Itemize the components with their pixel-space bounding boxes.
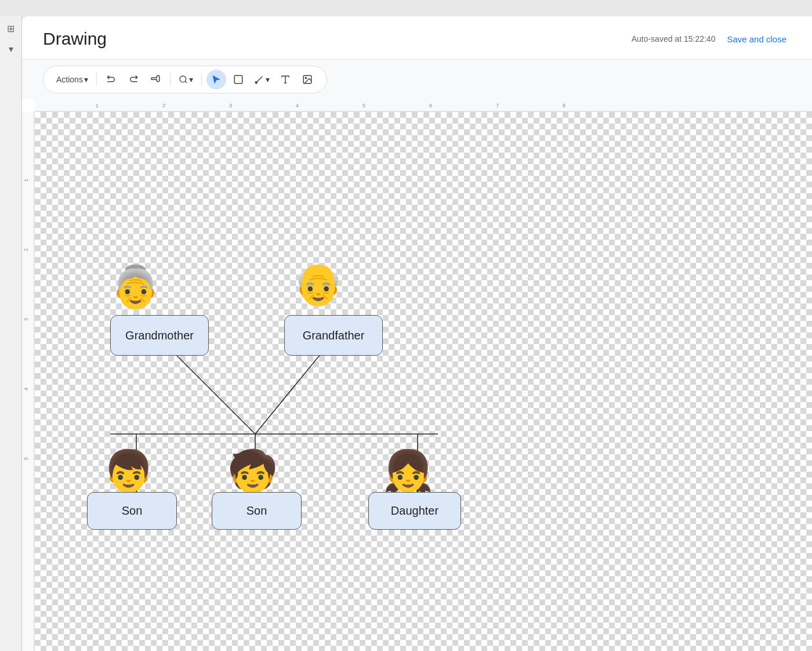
daughter-label: Daughter — [391, 504, 438, 518]
grandfather-label: Grandfather — [303, 329, 365, 342]
svg-text:5: 5 — [23, 457, 29, 460]
daughter-avatar: 👧 — [383, 447, 433, 495]
svg-text:2: 2 — [162, 103, 165, 108]
text-button[interactable] — [276, 70, 295, 89]
grandmother-avatar: 👵 — [110, 263, 161, 310]
canvas-wrapper: 👵 Grandmother 👴 Grandfather 👦 Son — [35, 112, 812, 651]
header: Drawing Auto-saved at 15:22:40 Save and … — [22, 16, 812, 60]
svg-text:3: 3 — [229, 103, 232, 108]
grandmother-label: Grandmother — [125, 329, 194, 342]
canvas-area: 1 2 3 4 5 6 7 8 1 2 3 4 5 — [22, 99, 812, 651]
svg-point-8 — [305, 77, 306, 78]
zoom-button[interactable]: ▾ — [175, 73, 197, 86]
shape-button[interactable] — [229, 70, 248, 89]
sidebar-icon-1[interactable]: ⊞ — [5, 21, 17, 37]
grandfather-node[interactable]: Grandfather — [284, 315, 383, 356]
svg-text:8: 8 — [563, 103, 566, 108]
actions-label: Actions — [56, 75, 83, 84]
paint-format-button[interactable] — [146, 70, 165, 89]
drawing-canvas[interactable]: 👵 Grandmother 👴 Grandfather 👦 Son — [35, 112, 812, 651]
line-chevron-icon: ▾ — [266, 75, 270, 84]
svg-text:4: 4 — [23, 388, 29, 390]
zoom-chevron-icon: ▾ — [189, 75, 193, 84]
svg-text:4: 4 — [296, 103, 299, 108]
svg-text:5: 5 — [362, 103, 365, 108]
page-title: Drawing — [43, 29, 107, 49]
image-button[interactable] — [298, 70, 317, 89]
svg-point-0 — [180, 76, 186, 82]
auto-saved-status: Auto-saved at 15:22:40 — [632, 34, 716, 44]
app-window: Drawing Auto-saved at 15:22:40 Save and … — [22, 16, 812, 651]
ruler-left: 1 2 3 4 5 — [22, 112, 35, 651]
line-button[interactable]: ▾ — [251, 72, 273, 87]
svg-text:3: 3 — [23, 318, 29, 321]
redo-button[interactable] — [124, 70, 143, 89]
undo-button[interactable] — [102, 70, 121, 89]
svg-text:1: 1 — [23, 179, 29, 182]
grandmother-node[interactable]: Grandmother — [110, 315, 209, 356]
actions-chevron-icon: ▾ — [84, 75, 88, 84]
son2-avatar: 🧒 — [227, 447, 278, 495]
son1-label: Son — [122, 504, 143, 518]
svg-text:1: 1 — [96, 103, 99, 108]
ruler-top: 1 2 3 4 5 6 7 8 — [35, 99, 812, 112]
toolbar-divider-1 — [96, 73, 97, 86]
son1-avatar: 👦 — [103, 447, 154, 495]
svg-line-1 — [185, 81, 187, 83]
son2-label: Son — [246, 504, 267, 518]
grandfather-avatar: 👴 — [293, 260, 343, 308]
son2-node[interactable]: Son — [212, 492, 302, 530]
connection-lines — [35, 112, 812, 651]
left-sidebar: ⊞ ▾ — [0, 16, 22, 651]
toolbar: Actions ▾ — [22, 60, 812, 99]
header-right: Auto-saved at 15:22:40 Save and close — [632, 32, 791, 46]
toolbar-divider-3 — [201, 73, 202, 86]
daughter-node[interactable]: Daughter — [368, 492, 461, 530]
save-close-button[interactable]: Save and close — [722, 32, 791, 46]
select-button[interactable] — [206, 70, 226, 89]
svg-text:6: 6 — [429, 103, 432, 108]
svg-point-4 — [255, 82, 257, 84]
svg-text:2: 2 — [23, 248, 29, 251]
toolbar-divider-2 — [170, 73, 171, 86]
son1-node[interactable]: Son — [87, 492, 177, 530]
svg-text:7: 7 — [496, 103, 499, 108]
actions-button[interactable]: Actions ▾ — [53, 73, 92, 86]
svg-rect-2 — [234, 75, 242, 84]
toolbar-inner: Actions ▾ — [43, 66, 327, 93]
sidebar-icon-2[interactable]: ▾ — [6, 41, 16, 57]
